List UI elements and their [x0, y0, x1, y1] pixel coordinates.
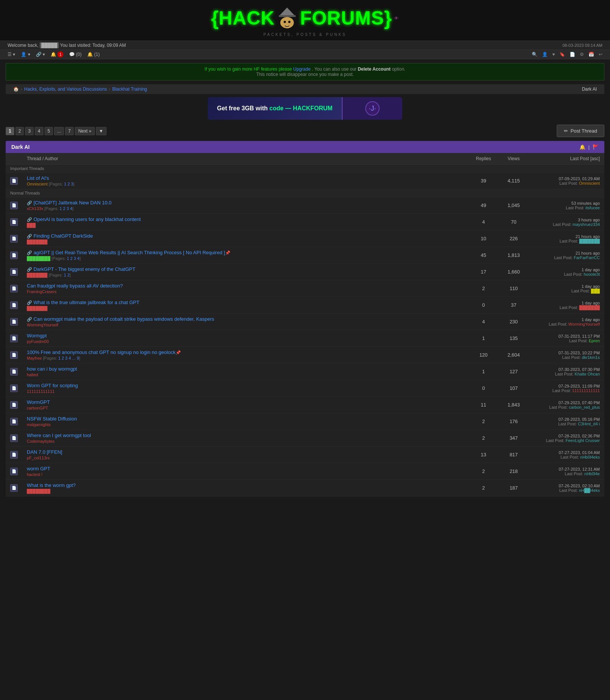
page-btn-2[interactable]: 2	[15, 127, 24, 135]
thread-title-link[interactable]: DAN 7.0 [FFEN]	[27, 449, 62, 455]
nav-alerts[interactable]: 🔔 1	[51, 51, 63, 57]
page-btn-1[interactable]: 1	[6, 127, 14, 135]
thread-title-link[interactable]: What is the worm gpt?	[27, 482, 76, 488]
thread-author-name[interactable]: ████████	[27, 489, 50, 493]
thread-title-link[interactable]: DarkGPT - The biggest enemy of the ChatG…	[34, 266, 136, 272]
post-thread-button[interactable]: ✏ Post Thread	[557, 125, 604, 137]
page-link[interactable]: 1	[67, 256, 69, 261]
last-post-author-link[interactable]: carbon_red_plus	[569, 405, 600, 409]
thread-author-name[interactable]: halted	[27, 372, 38, 377]
page-link[interactable]: 1	[60, 206, 62, 211]
col-last-post[interactable]: Last Post [asc]	[529, 153, 604, 165]
page-link[interactable]: ...	[72, 356, 76, 360]
last-post-author-link[interactable]: nHb0l4eks	[580, 455, 600, 459]
page-link[interactable]: 2	[63, 206, 65, 211]
last-post-author-link[interactable]: WormingYourself	[568, 322, 600, 326]
thread-title-link[interactable]: Can fraudgpt really bypass all AV detect…	[27, 283, 123, 289]
next-page-button[interactable]: Next »	[75, 127, 95, 135]
page-btn-3[interactable]: 3	[25, 127, 34, 135]
last-post-author-link[interactable]: FeenLight Crusser	[566, 438, 600, 443]
thread-title-link[interactable]: how can i buy wormgpt	[27, 366, 77, 372]
page-link[interactable]: 4	[77, 256, 79, 261]
page-link[interactable]: 1	[58, 356, 60, 360]
last-post-author-link[interactable]: mayshruez334	[573, 222, 600, 227]
page-dropdown-button[interactable]: ▼	[96, 127, 107, 135]
last-post-author-link[interactable]: 111111111111	[572, 388, 600, 393]
page-link[interactable]: 3	[65, 356, 68, 360]
page-btn-4[interactable]: 4	[35, 127, 43, 135]
page-link[interactable]: 3	[74, 256, 76, 261]
exit-icon[interactable]: ↩	[599, 52, 602, 57]
thread-author-name[interactable]: ███	[27, 223, 36, 227]
thread-title-link[interactable]: Where can I get wormgpt tool	[27, 433, 91, 438]
thread-title-link[interactable]: Finding ChatGPT DarkSide	[34, 233, 93, 239]
thread-author-name[interactable]: WormingYourself	[27, 323, 58, 327]
thread-title-link[interactable]: WormGPT	[27, 399, 50, 405]
last-post-author-link[interactable]: hooote3t	[584, 272, 600, 277]
thread-title-link[interactable]: OpenAI is banning users for any blackhat…	[34, 216, 141, 222]
thread-author-name[interactable]: pF_col113rs	[27, 456, 50, 460]
thread-author-name[interactable]: carbonGPT	[27, 406, 48, 410]
thread-author-name[interactable]: ███████	[27, 306, 48, 311]
page-link[interactable]: 4	[69, 356, 71, 360]
nav-menu[interactable]: ☰ ▾	[8, 52, 15, 57]
flag-icon[interactable]: 🚩	[593, 144, 599, 150]
page-link[interactable]: 2	[67, 273, 69, 277]
nav-user[interactable]: 👤 ▾	[21, 52, 30, 57]
settings-icon[interactable]: ⚙	[580, 52, 584, 57]
page-link[interactable]: 2	[62, 356, 64, 360]
calendar-icon[interactable]: 📅	[588, 52, 594, 57]
thread-title-link[interactable]: Can wormgpt make the payload of cobalt s…	[34, 316, 214, 322]
last-post-author-link[interactable]: nH██l4eks	[579, 488, 600, 493]
last-post-author-link[interactable]: Khalte Ohcan	[574, 372, 600, 376]
page-link[interactable]: 1	[64, 182, 66, 186]
thread-author-name[interactable]: ████████	[27, 256, 50, 261]
ad-banner[interactable]: Get free 3GB with code — HACKFORUM ·J·	[0, 97, 610, 120]
search-icon[interactable]: 🔍	[532, 52, 537, 57]
thread-author-name[interactable]: FramingCrasers	[27, 289, 57, 294]
last-post-author-link[interactable]: FarFarFarrCC	[574, 255, 600, 260]
page-link[interactable]: 1	[64, 273, 66, 277]
thread-author-name[interactable]: Omniscient	[27, 182, 48, 186]
thread-author-name[interactable]: pyFuedm00	[27, 339, 49, 344]
last-post-author-link[interactable]: ███	[591, 289, 600, 293]
thread-title-link[interactable]: What is the true ultimate jailbreak for …	[34, 300, 139, 305]
thread-author-name[interactable]: ███████	[27, 240, 48, 244]
page-link[interactable]: 9	[77, 356, 79, 360]
page-link[interactable]: 3	[66, 206, 69, 211]
nav-links[interactable]: 🔗 ▾	[36, 52, 45, 57]
thread-author-name[interactable]: Codemaybytes	[27, 439, 54, 443]
nav-messages[interactable]: 💬 (0)	[69, 52, 82, 57]
last-post-author-link[interactable]: dkr1km1s	[582, 355, 600, 360]
page-link[interactable]: 3	[71, 182, 73, 186]
last-post-author-link[interactable]: C3Hmt_d4 i	[578, 422, 600, 426]
last-post-author-link[interactable]: Epren	[589, 338, 600, 343]
last-post-author-link[interactable]: ███████	[579, 305, 600, 310]
thread-author-name[interactable]: hactest !	[27, 472, 43, 477]
breadcrumb-home[interactable]: 🏠	[13, 87, 19, 92]
thread-title-link[interactable]: 100% Free and anonymous chat GPT no sign…	[27, 349, 176, 355]
last-post-author-link[interactable]: ███████	[579, 239, 600, 243]
upgrade-link[interactable]: Upgrade	[293, 66, 310, 72]
last-post-author-link[interactable]: Omniscient	[579, 181, 600, 185]
thread-author-name[interactable]: xCh133x	[27, 206, 43, 211]
thread-title-link[interactable]: Worm GPT for scripting	[27, 383, 78, 388]
subscribe-icon[interactable]: 🔔	[579, 144, 585, 150]
page-btn-7[interactable]: 7	[65, 127, 74, 135]
thread-author-name[interactable]: midgarnights	[27, 422, 51, 427]
thread-author-name[interactable]: 111111111111	[27, 389, 54, 394]
thread-title-link[interactable]: [ChatGPT] Jailbreak New DAN 10.0	[34, 200, 112, 206]
page-btn-5[interactable]: 5	[45, 127, 53, 135]
thread-title-link[interactable]: agiGPT || Get Real-Time Web Results || A…	[34, 250, 225, 255]
bookmark-icon[interactable]: 🔖	[559, 52, 565, 57]
heart-icon[interactable]: ♥	[552, 52, 555, 57]
last-post-author-link[interactable]: nHb0l4e	[584, 471, 600, 476]
breadcrumb-subsection[interactable]: Blackhat Training	[112, 87, 147, 92]
thread-author-name[interactable]: Mayfree	[27, 356, 42, 360]
breadcrumb-section[interactable]: Hacks, Exploits, and Various Discussions	[24, 87, 107, 92]
document-icon[interactable]: 📄	[570, 52, 575, 57]
thread-title-link[interactable]: Wormgpt	[27, 333, 47, 338]
page-link[interactable]: 2	[68, 182, 70, 186]
thread-title-link[interactable]: worm GPT	[27, 466, 50, 471]
page-link[interactable]: 4	[70, 206, 72, 211]
